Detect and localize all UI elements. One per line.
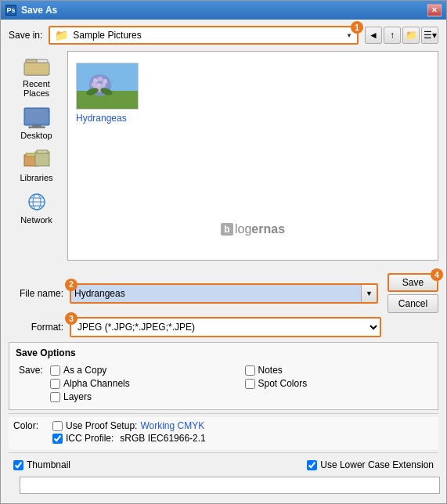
- recent-places-icon: [23, 54, 51, 77]
- spot-colors-label: Spot Colors: [258, 378, 308, 389]
- app-icon: Ps: [5, 5, 16, 16]
- as-copy-label: As a Copy: [63, 365, 106, 376]
- file-item[interactable]: Hydrangeas: [76, 63, 139, 124]
- format-wrap: JPEG (*.JPG;*.JPEG;*.JPE) PNG (*.PNG) TI…: [70, 317, 381, 337]
- network-icon: [23, 190, 51, 214]
- options-right-col: Notes Spot Colors: [245, 365, 432, 405]
- alpha-channels-checkbox[interactable]: [50, 379, 60, 389]
- thumbnail-checkbox[interactable]: [13, 460, 23, 470]
- sidebar-label-libraries: Libraries: [20, 173, 52, 182]
- title-bar: Ps Save As ✕: [1, 1, 446, 20]
- svg-rect-4: [26, 110, 48, 122]
- sidebar-label-desktop: Desktop: [20, 131, 52, 140]
- use-proof-label: Use Proof Setup:: [66, 420, 137, 431]
- filename-dropdown-btn[interactable]: ▼: [361, 285, 377, 302]
- final-input[interactable]: [20, 477, 440, 494]
- watermark-b-icon: b: [221, 223, 233, 236]
- layers-row: Layers: [50, 391, 237, 402]
- sidebar-item-recent-places[interactable]: Recent Places: [10, 51, 63, 101]
- sidebar-item-libraries[interactable]: Libraries: [10, 145, 63, 185]
- lowercase-label: Use Lower Case Extension: [320, 459, 434, 470]
- dropdown-arrow-icon: ▼: [346, 32, 352, 39]
- save-options-section: Save Options Save: As a Copy: [9, 342, 438, 410]
- options-left-col: As a Copy Alpha Channels Layers: [50, 365, 237, 405]
- close-button[interactable]: ✕: [427, 4, 442, 16]
- svg-rect-6: [29, 127, 45, 128]
- save-as-dialog: Ps Save As ✕ Save in: 📁 Sample Pictures …: [0, 0, 447, 504]
- thumbnail-check: Thumbnail: [13, 459, 70, 470]
- svg-point-25: [101, 83, 106, 88]
- desktop-icon: [23, 106, 51, 129]
- sidebar-label-network: Network: [20, 215, 52, 225]
- sidebar-item-desktop[interactable]: Desktop: [10, 103, 63, 143]
- use-proof-row: Use Proof Setup: Working CMYK: [52, 420, 206, 431]
- thumbnail-row: Thumbnail Use Lower Case Extension: [9, 456, 438, 473]
- watermark: b logernas: [221, 222, 285, 236]
- save-in-value: Sample Pictures: [73, 30, 346, 41]
- color-section: Color: Use Proof Setup: Working CMYK ICC…: [9, 417, 438, 449]
- alpha-channels-label: Alpha Channels: [63, 378, 130, 389]
- lowercase-checkbox[interactable]: [307, 460, 317, 470]
- alpha-channels-row: Alpha Channels: [50, 378, 237, 389]
- layers-label: Layers: [63, 391, 92, 402]
- badge-2: 2: [65, 279, 78, 291]
- icc-profile-label: ICC Profile:: [66, 433, 114, 444]
- cancel-button[interactable]: Cancel: [388, 294, 438, 313]
- divider-1: [9, 413, 438, 414]
- format-row: Format: JPEG (*.JPG;*.JPEG;*.JPE) PNG (*…: [9, 317, 438, 337]
- save-in-dropdown[interactable]: 📁 Sample Pictures ▼ 1: [49, 26, 359, 45]
- layers-checkbox[interactable]: [50, 392, 60, 402]
- notes-checkbox[interactable]: [245, 365, 255, 376]
- save-in-label: Save in:: [9, 30, 42, 41]
- back-button[interactable]: ◄: [365, 27, 382, 44]
- lowercase-check: Use Lower Case Extension: [307, 459, 434, 470]
- libraries-icon: [23, 148, 51, 171]
- save-options-title: Save Options: [16, 347, 76, 358]
- up-button[interactable]: ↑: [384, 27, 401, 44]
- divider-2: [9, 452, 438, 453]
- svg-rect-2: [24, 63, 49, 75]
- svg-rect-10: [37, 150, 48, 153]
- folder-icon: 📁: [55, 29, 68, 41]
- window-title: Save As: [21, 5, 57, 16]
- sidebar-item-network[interactable]: Network: [10, 187, 63, 228]
- main-content: Recent Places Desktop: [9, 51, 438, 261]
- badge-1: 1: [351, 21, 363, 34]
- svg-rect-9: [35, 152, 49, 166]
- dialog-body: Save in: 📁 Sample Pictures ▼ 1 ◄ ↑ 📁 ☰▾: [1, 20, 446, 503]
- color-label: Color:: [13, 420, 52, 431]
- icc-profile-checkbox[interactable]: [52, 434, 63, 444]
- file-browser: Hydrangeas b logernas: [67, 51, 438, 261]
- badge-4: 4: [431, 268, 443, 281]
- color-options: Use Proof Setup: Working CMYK ICC Profil…: [52, 420, 206, 444]
- title-buttons: ✕: [427, 4, 442, 16]
- spot-colors-checkbox[interactable]: [245, 379, 255, 389]
- badge-3: 3: [65, 312, 78, 325]
- svg-point-21: [98, 77, 103, 81]
- file-name-label: File name:: [9, 288, 63, 299]
- sidebar: Recent Places Desktop: [9, 51, 67, 261]
- notes-row: Notes: [245, 365, 432, 376]
- views-button[interactable]: ☰▾: [421, 27, 438, 44]
- as-copy-row: As a Copy: [50, 365, 237, 376]
- file-name-label[interactable]: Hydrangeas: [76, 113, 139, 124]
- new-folder-button[interactable]: 📁: [402, 27, 420, 44]
- icc-profile-value: sRGB IEC61966-2.1: [120, 433, 205, 444]
- thumbnail-label: Thumbnail: [27, 459, 70, 470]
- save-options-save-label: Save:: [19, 365, 50, 405]
- form-area: File name: ▼ 2 Save 4 Cancel: [9, 267, 438, 497]
- format-select[interactable]: JPEG (*.JPG;*.JPEG;*.JPE) PNG (*.PNG) TI…: [71, 319, 380, 336]
- as-copy-checkbox[interactable]: [50, 365, 60, 376]
- save-button[interactable]: Save 4: [388, 273, 438, 292]
- file-thumbnail: [76, 63, 139, 110]
- spot-colors-row: Spot Colors: [245, 378, 432, 389]
- color-row: Color: Use Proof Setup: Working CMYK ICC…: [13, 420, 434, 444]
- working-cmyk-link[interactable]: Working CMYK: [140, 420, 204, 431]
- icc-profile-row: ICC Profile: sRGB IEC61966-2.1: [52, 433, 206, 444]
- filename-input[interactable]: [71, 285, 361, 302]
- use-proof-checkbox[interactable]: [52, 421, 63, 431]
- filename-input-wrap: ▼ 2: [70, 283, 378, 304]
- top-toolbar: Save in: 📁 Sample Pictures ▼ 1 ◄ ↑ 📁 ☰▾: [9, 26, 438, 45]
- format-label: Format:: [9, 322, 63, 333]
- watermark-text: logernas: [235, 222, 285, 236]
